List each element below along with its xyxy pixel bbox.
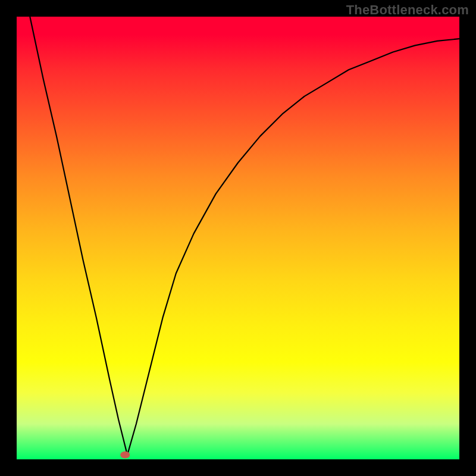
selected-point-marker — [120, 452, 130, 459]
chart-svg — [0, 0, 476, 476]
watermark-text: TheBottleneck.com — [346, 2, 469, 18]
chart-frame: TheBottleneck.com — [0, 0, 476, 476]
curve-group — [30, 17, 459, 459]
bottleneck-curve — [30, 17, 459, 455]
